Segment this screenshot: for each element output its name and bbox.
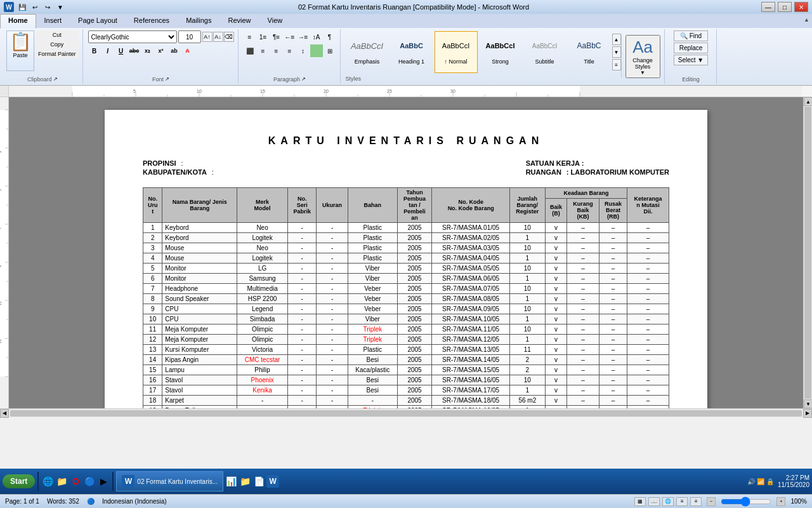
superscript-button[interactable]: x²	[155, 44, 167, 57]
cell-bahan: Triplek	[348, 335, 397, 345]
cell-nama: Monitor	[162, 274, 237, 284]
numbering-button[interactable]: 1≡	[257, 30, 270, 43]
increase-indent-button[interactable]: →≡	[297, 30, 310, 43]
justify-button[interactable]: ≡	[284, 44, 296, 57]
maximize-button[interactable]: □	[778, 2, 792, 12]
line-spacing-button[interactable]: ↕	[297, 44, 310, 57]
cell-jumlah: 10	[509, 223, 545, 233]
text-highlight-button[interactable]: ab	[168, 44, 181, 57]
font-color-button[interactable]: A	[181, 44, 194, 57]
tab-mailings[interactable]: Mailings	[178, 14, 219, 28]
redo-button[interactable]: ↪	[42, 2, 53, 12]
decrease-indent-button[interactable]: ←≡	[284, 30, 296, 43]
minimize-button[interactable]: —	[761, 2, 775, 12]
paragraph-expand-icon[interactable]: ↗	[301, 76, 306, 82]
scroll-left-button[interactable]: ◀	[0, 409, 9, 418]
bullets-button[interactable]: ≡	[244, 30, 256, 43]
scroll-down-button[interactable]: ▼	[804, 399, 812, 408]
cut-button[interactable]: Cut	[36, 30, 79, 39]
multilevel-list-button[interactable]: ¶≡	[270, 30, 283, 43]
style-emphasis[interactable]: AaBbCcI Emphasis	[346, 31, 389, 73]
zoom-slider[interactable]	[721, 498, 771, 505]
align-right-button[interactable]: ≡	[270, 44, 283, 57]
style-normal[interactable]: AaBbCcI ↑ Normal	[435, 31, 478, 73]
shading-button[interactable]	[310, 44, 323, 57]
tab-references[interactable]: References	[126, 14, 178, 28]
cell-baik: v	[545, 345, 567, 355]
style-subtitle[interactable]: AaBbCcI Subtitle	[523, 31, 566, 73]
align-left-button[interactable]: ⬛	[244, 44, 256, 57]
copy-button[interactable]: Copy	[36, 40, 79, 49]
close-button[interactable]: ✕	[794, 2, 808, 12]
th-rusak: RusakBerat(RB)	[599, 198, 627, 223]
scroll-thumb[interactable]	[804, 107, 811, 399]
format-painter-button[interactable]: Format Painter	[36, 50, 79, 58]
taskbar-opera-icon[interactable]: O	[69, 475, 82, 488]
styles-scroll-down[interactable]: ▼	[612, 46, 621, 58]
tab-review[interactable]: Review	[219, 14, 259, 28]
cell-nama: Keybord	[162, 233, 237, 243]
clipboard-group-content: 📋 Paste Cut Copy Format Painter	[6, 30, 79, 75]
underline-button[interactable]: U	[115, 44, 128, 57]
undo-button[interactable]: ↩	[29, 2, 41, 12]
style-strong[interactable]: AaBbCcI Strong	[479, 31, 522, 73]
taskbar-ie-icon[interactable]: 🌐	[41, 475, 54, 488]
paste-button[interactable]: 📋 Paste	[6, 30, 34, 71]
taskbar-explorer-icon[interactable]: 📁	[55, 475, 68, 488]
font-size-input[interactable]	[178, 30, 201, 43]
zoom-in-button[interactable]: +	[776, 497, 785, 506]
subscript-button[interactable]: x₂	[141, 44, 154, 57]
cell-merk: Multimedia	[237, 284, 288, 294]
select-button[interactable]: Select ▼	[674, 55, 708, 65]
list-buttons-row: ≡ 1≡ ¶≡ ←≡ →≡ ↕A ¶	[244, 30, 336, 43]
tab-home[interactable]: Home	[0, 14, 36, 29]
save-button[interactable]: 💾	[16, 2, 28, 12]
find-button[interactable]: 🔍 Find	[674, 30, 708, 41]
taskbar-active-window[interactable]: W 02 Format Kartu Inventaris...	[116, 471, 223, 491]
styles-scroll-up[interactable]: ▲	[612, 34, 621, 45]
style-heading1[interactable]: AaBbC Heading 1	[390, 31, 433, 73]
style-title[interactable]: AaBbC Title	[568, 31, 611, 73]
taskbar-extra3[interactable]: 📄	[252, 475, 265, 488]
ribbon-minimize-button[interactable]: ▲	[801, 14, 812, 28]
horizontal-scrollbar[interactable]: ◀ ▶	[0, 408, 812, 417]
scroll-right-button[interactable]: ▶	[803, 409, 812, 418]
strikethrough-button[interactable]: abc	[128, 44, 141, 57]
tab-page-layout[interactable]: Page Layout	[70, 14, 126, 28]
italic-button[interactable]: I	[102, 44, 114, 57]
clipboard-expand-icon[interactable]: ↗	[53, 76, 58, 82]
customize-button[interactable]: ▼	[55, 2, 66, 12]
taskbar-extra1[interactable]: 📊	[225, 475, 237, 488]
styles-expand[interactable]: ≡	[612, 59, 621, 70]
taskbar-media-icon[interactable]: ▶	[97, 475, 110, 488]
draft-button[interactable]: ≡	[690, 497, 702, 506]
start-button[interactable]: Start	[3, 474, 35, 488]
bold-button[interactable]: B	[88, 44, 101, 57]
tab-insert[interactable]: Insert	[36, 14, 70, 28]
print-layout-button[interactable]: ▦	[634, 497, 646, 506]
align-center-button[interactable]: ≡	[257, 44, 270, 57]
border-button[interactable]: ⊞	[324, 44, 336, 57]
full-reading-button[interactable]: 📖	[648, 497, 660, 506]
font-expand-icon[interactable]: ↗	[165, 76, 169, 82]
taskbar-chrome-icon[interactable]: 🔵	[83, 475, 96, 488]
vertical-scrollbar[interactable]: ▲ ▼	[803, 97, 812, 408]
show-formatting-button[interactable]: ¶	[324, 30, 336, 43]
sort-button[interactable]: ↕A	[310, 30, 323, 43]
outline-button[interactable]: ≡	[676, 497, 688, 506]
scroll-up-button[interactable]: ▲	[804, 97, 812, 106]
change-styles-button[interactable]: Aa Change Styles ▼	[625, 35, 660, 78]
taskbar-extra2[interactable]: 📁	[239, 475, 251, 488]
title-label: Title	[584, 58, 594, 65]
web-layout-button[interactable]: 🌐	[662, 497, 674, 506]
clear-format-button[interactable]: ⌫	[224, 32, 234, 42]
taskbar-extra4[interactable]: W	[266, 475, 279, 488]
font-grow-button[interactable]: A↑	[202, 32, 213, 42]
h-scroll-thumb[interactable]	[10, 410, 802, 417]
zoom-out-button[interactable]: −	[707, 497, 716, 506]
document-scroll-area[interactable]: KARTU INVENTARIS RUANGAN PROPINSI : KABU…	[9, 97, 803, 408]
font-shrink-button[interactable]: A↓	[213, 32, 223, 42]
tab-view[interactable]: View	[259, 14, 291, 28]
replace-button[interactable]: Replace	[674, 43, 708, 53]
font-name-select[interactable]: ClearlyGothic	[88, 30, 177, 43]
